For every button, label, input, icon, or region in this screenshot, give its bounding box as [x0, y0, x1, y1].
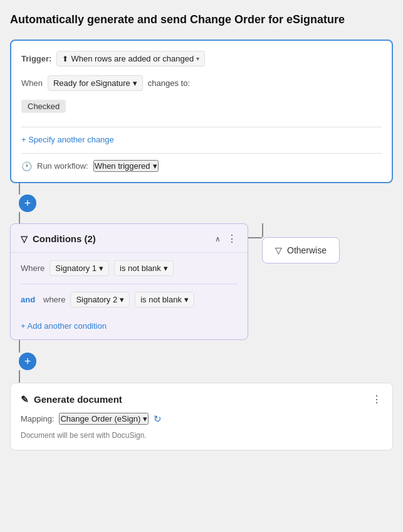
where-label-1: Where: [21, 263, 44, 273]
condition1-op-chevron-icon: ▾: [164, 263, 168, 273]
h-line: [248, 237, 262, 238]
field-dropdown[interactable]: Ready for eSignature ▾: [48, 75, 143, 91]
run-dropdown[interactable]: When triggered ▾: [93, 160, 159, 172]
doc-note: Document will be sent with DocuSign.: [21, 431, 382, 440]
field-chevron-icon: ▾: [133, 78, 137, 88]
filter-icon: ▽: [21, 234, 28, 244]
mapping-value: Change Order (eSign): [60, 414, 140, 423]
otherwise-branch: ▽ Otherwise: [262, 223, 340, 263]
run-chevron-icon: ▾: [153, 161, 157, 171]
add-step-button-2[interactable]: +: [19, 353, 36, 370]
add-condition-button[interactable]: + Add another condition: [11, 315, 117, 339]
upload-icon: ⬆: [62, 55, 68, 63]
conditions-more-button[interactable]: ⋮: [227, 233, 238, 245]
conditions-title-text: Conditions (2): [33, 233, 96, 244]
trigger-row: Trigger: ⬆ When rows are added or change…: [21, 51, 382, 66]
condition-row-1: Where Signatory 1 ▾ is not blank ▾: [11, 253, 248, 284]
connector-2: +: [19, 340, 393, 383]
v-line-to-otherwise: [262, 223, 263, 237]
branch-section: ▽ Conditions (2) ∧ ⋮ Where Signatory 1 ▾: [10, 223, 393, 340]
divider-1: [21, 127, 382, 127]
branch-right-wrapper: ▽ Otherwise: [248, 223, 340, 263]
run-value: When triggered: [95, 161, 150, 171]
refresh-icon[interactable]: ↻: [154, 413, 162, 425]
horizontal-connector: ▽ Otherwise: [248, 223, 340, 263]
run-label: Run workflow:: [37, 161, 88, 171]
trigger-chevron-icon: ▾: [196, 55, 199, 62]
page-container: Automatically generate and send Change O…: [10, 13, 393, 450]
changes-to-label: changes to:: [148, 78, 190, 88]
trigger-label: Trigger:: [21, 54, 51, 63]
conditions-collapse-button[interactable]: ∧: [215, 235, 221, 243]
condition1-operator-dropdown[interactable]: is not blank ▾: [114, 260, 174, 276]
conditions-title: ▽ Conditions (2): [21, 233, 96, 244]
condition-connector: and: [21, 295, 38, 304]
condition2-field: Signatory 2: [76, 295, 117, 304]
generate-card: ✎ Generate document ⋮ Mapping: Change Or…: [10, 383, 393, 450]
condition1-operator: is not blank: [120, 263, 161, 273]
generate-header: ✎ Generate document ⋮: [21, 393, 382, 405]
divider-2: [21, 153, 382, 154]
checked-badge: Checked: [21, 100, 66, 113]
run-row: 🕐 Run workflow: When triggered ▾: [21, 160, 382, 172]
when-label: When: [21, 78, 43, 88]
clock-icon: 🕐: [21, 161, 32, 171]
condition2-chevron-icon: ▾: [120, 295, 124, 304]
edit-icon: ✎: [21, 394, 29, 405]
trigger-dropdown[interactable]: ⬆ When rows are added or changed ▾: [56, 51, 205, 66]
condition2-operator-dropdown[interactable]: is not blank ▾: [135, 292, 194, 307]
mapping-label: Mapping:: [21, 414, 54, 423]
specify-change-button[interactable]: + Specify another change: [21, 134, 114, 146]
condition1-field-dropdown[interactable]: Signatory 1 ▾: [50, 260, 109, 276]
generate-title-text: Generate document: [34, 394, 122, 405]
conditions-card: ▽ Conditions (2) ∧ ⋮ Where Signatory 1 ▾: [10, 223, 248, 340]
condition-row-2: and where Signatory 2 ▾ is not blank ▾: [11, 284, 248, 315]
add-condition-label: + Add another condition: [21, 321, 107, 331]
v-line-3: [19, 340, 20, 353]
connector-1: +: [19, 183, 393, 223]
mapping-chevron-icon: ▾: [143, 414, 147, 423]
condition1-chevron-icon: ▾: [99, 263, 103, 273]
mapping-dropdown[interactable]: Change Order (eSign) ▾: [59, 413, 149, 425]
v-line-4: [19, 370, 20, 383]
otherwise-card: ▽ Otherwise: [262, 237, 340, 263]
field-value: Ready for eSignature: [53, 78, 130, 88]
specify-change-label: + Specify another change: [21, 135, 114, 144]
where-label-2: where: [43, 295, 65, 304]
condition2-operator: is not blank: [140, 295, 182, 304]
conditions-actions: ∧ ⋮: [215, 233, 238, 245]
conditions-header: ▽ Conditions (2) ∧ ⋮: [11, 224, 248, 253]
generate-more-button[interactable]: ⋮: [372, 393, 382, 405]
v-line-1: [19, 183, 20, 194]
condition2-op-chevron-icon: ▾: [184, 295, 189, 304]
condition1-field: Signatory 1: [55, 263, 97, 273]
page-title: Automatically generate and send Change O…: [10, 13, 393, 27]
v-line-2: [19, 212, 20, 223]
generate-title: ✎ Generate document: [21, 394, 122, 405]
checked-badge-wrapper: Checked: [21, 97, 382, 120]
conditions-branch: ▽ Conditions (2) ∧ ⋮ Where Signatory 1 ▾: [10, 223, 248, 340]
otherwise-label: Otherwise: [287, 245, 327, 255]
condition2-field-dropdown[interactable]: Signatory 2 ▾: [70, 292, 130, 307]
add-step-button-1[interactable]: +: [19, 194, 36, 212]
when-row: When Ready for eSignature ▾ changes to:: [21, 75, 382, 91]
trigger-card: Trigger: ⬆ When rows are added or change…: [10, 40, 393, 183]
filter-icon-otherwise: ▽: [275, 245, 282, 255]
trigger-value: When rows are added or changed: [71, 54, 194, 63]
mapping-row: Mapping: Change Order (eSign) ▾ ↻: [21, 413, 382, 425]
